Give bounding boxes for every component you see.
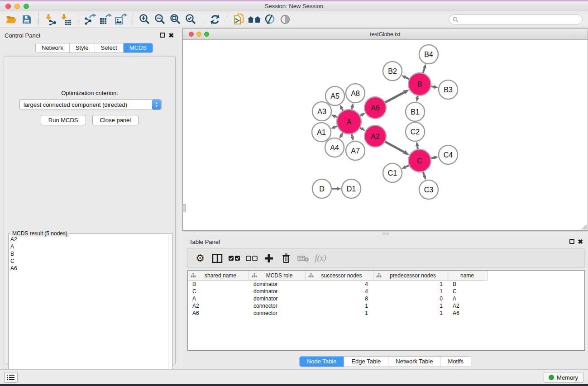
graph-node-A7[interactable]: A7 (346, 141, 365, 160)
tab-select[interactable]: Select (95, 43, 124, 52)
graph-node-B4[interactable]: B4 (419, 45, 438, 64)
graph-edge-C-C3[interactable] (423, 172, 425, 176)
graph-node-A2[interactable]: A2 (364, 125, 386, 147)
table-row[interactable]: Cdominator41C (188, 288, 584, 295)
graph-edge-C-C2[interactable] (417, 146, 418, 149)
graph-edge-A-A8[interactable] (352, 107, 352, 109)
mcds-result-item[interactable]: B (10, 250, 168, 257)
table-row[interactable]: A2connector11A2 (188, 302, 584, 310)
graph-edge-A-A2[interactable] (360, 128, 362, 129)
float-panel-button[interactable] (160, 33, 165, 38)
search-input[interactable] (461, 16, 578, 23)
export-image-button[interactable] (113, 12, 129, 27)
open-session-button[interactable] (4, 12, 19, 27)
column-header-predecessor-nodes[interactable]: predecessor nodes (373, 271, 448, 281)
graph-edge-C-C1[interactable] (406, 166, 409, 167)
memory-button[interactable]: Memory (544, 372, 584, 383)
import-table-button[interactable] (58, 12, 74, 27)
close-panel-button-2[interactable]: Close panel (92, 115, 139, 125)
clone-network-button[interactable] (231, 12, 247, 27)
export-network-button[interactable] (82, 12, 98, 27)
graph-edge-B-B4[interactable] (423, 68, 425, 73)
zoom-out-button[interactable] (153, 12, 168, 27)
mcds-result-item[interactable]: A (10, 243, 168, 250)
column-header-MCDS-role[interactable]: MCDS role (249, 271, 306, 281)
delete-column-button[interactable] (279, 251, 293, 266)
graph-node-D[interactable]: D (312, 179, 331, 198)
first-neighbors-button[interactable] (247, 12, 262, 27)
save-session-button[interactable] (19, 12, 34, 27)
export-table-button[interactable] (98, 12, 113, 27)
graph-edge-A-A6[interactable] (360, 115, 361, 115)
apply-layout-button[interactable] (207, 12, 223, 27)
column-header-name[interactable]: name (448, 271, 488, 281)
search-field[interactable] (449, 14, 583, 24)
table-row[interactable]: Adominator80A (188, 295, 584, 302)
graph-edge-B-B3[interactable] (431, 86, 434, 87)
deselect-all-rows-button[interactable] (245, 251, 258, 266)
tab-style[interactable]: Style (70, 43, 95, 52)
graph-node-C3[interactable]: C3 (419, 180, 438, 199)
add-column-button[interactable] (262, 251, 276, 266)
graph-node-D1[interactable]: D1 (342, 179, 361, 198)
graph-node-C1[interactable]: C1 (383, 163, 402, 182)
optimization-criterion-select[interactable]: largest connected component (directed) ▲… (19, 99, 162, 110)
zoom-fit-button[interactable] (168, 12, 183, 27)
graph-node-B2[interactable]: B2 (383, 62, 402, 81)
task-history-button[interactable] (4, 372, 18, 383)
graph-edge-A-A5[interactable] (342, 109, 343, 110)
graph-edge-B-B1[interactable] (417, 96, 418, 98)
graph-node-B[interactable]: B (408, 73, 431, 95)
graph-node-A3[interactable]: A3 (312, 102, 331, 121)
graph-node-A5[interactable]: A5 (325, 86, 344, 105)
function-builder-button[interactable]: f(x) (314, 251, 327, 266)
tab-network-table[interactable]: Network Table (388, 357, 440, 367)
network-canvas[interactable]: B4B2BB3A5A8A6A3B1AA1C2A2A4A7C4CC1DD1C3 (183, 40, 588, 230)
window-edge-handle[interactable] (182, 204, 186, 212)
tab-node-table[interactable]: Node Table (300, 357, 344, 367)
graph-edge-A2-C[interactable] (385, 142, 404, 152)
tab-network[interactable]: Network (36, 43, 70, 52)
show-graphics-details-button[interactable] (262, 12, 277, 27)
zoom-selected-button[interactable] (183, 12, 199, 27)
import-network-button[interactable] (43, 12, 58, 27)
column-header-shared-name[interactable]: shared name (188, 271, 249, 281)
graph-node-A6[interactable]: A6 (364, 97, 386, 119)
resize-grip-icon[interactable] (581, 224, 587, 230)
graph-edge-B-B2[interactable] (406, 77, 409, 79)
graph-node-C4[interactable]: C4 (439, 145, 458, 164)
select-all-rows-button[interactable] (228, 251, 241, 266)
close-panel-button[interactable]: ✖ (168, 32, 174, 39)
graph-node-C2[interactable]: C2 (406, 122, 425, 141)
graph-edge-A6-B[interactable] (385, 92, 404, 102)
graph-node-C[interactable]: C (408, 149, 431, 172)
table-row[interactable]: A6connector11A6 (188, 310, 584, 317)
graph-node-A[interactable]: A (337, 110, 361, 134)
graph-node-B1[interactable]: B1 (406, 102, 425, 121)
close-table-panel-button[interactable]: ✖ (578, 238, 583, 245)
tab-motifs[interactable]: Motifs (440, 357, 471, 367)
tab-edge-table[interactable]: Edge Table (344, 357, 388, 367)
table-settings-button[interactable]: ⚙ (193, 251, 207, 266)
mcds-result-item[interactable]: A6 (10, 265, 168, 272)
zoom-in-button[interactable] (137, 12, 153, 27)
mcds-result-scrollbar[interactable] (168, 234, 172, 386)
tab-mcds[interactable]: MCDS (124, 43, 153, 52)
delete-table-button[interactable] (296, 251, 310, 266)
run-mcds-button[interactable]: Run MCDS (41, 115, 86, 125)
column-visibility-button[interactable] (210, 251, 224, 266)
graph-node-B3[interactable]: B3 (439, 80, 458, 99)
table-row[interactable]: Bdominator41B (188, 281, 584, 288)
graph-node-A4[interactable]: A4 (325, 138, 344, 157)
graph-edge-A-A7[interactable] (352, 134, 352, 136)
graph-edge-A-A3[interactable] (335, 116, 337, 117)
mcds-result-item[interactable]: C (10, 257, 168, 265)
graph-edge-C-C4[interactable] (431, 157, 434, 158)
float-table-panel-button[interactable] (569, 239, 574, 244)
mcds-result-item[interactable]: A2 (10, 236, 168, 243)
graph-edge-A-A4[interactable] (342, 133, 343, 135)
hide-selected-button[interactable] (277, 12, 293, 27)
column-header-successor-nodes[interactable]: successor nodes (306, 271, 373, 281)
graph-node-A1[interactable]: A1 (312, 123, 331, 142)
graph-edge-A-A1[interactable] (335, 126, 337, 127)
